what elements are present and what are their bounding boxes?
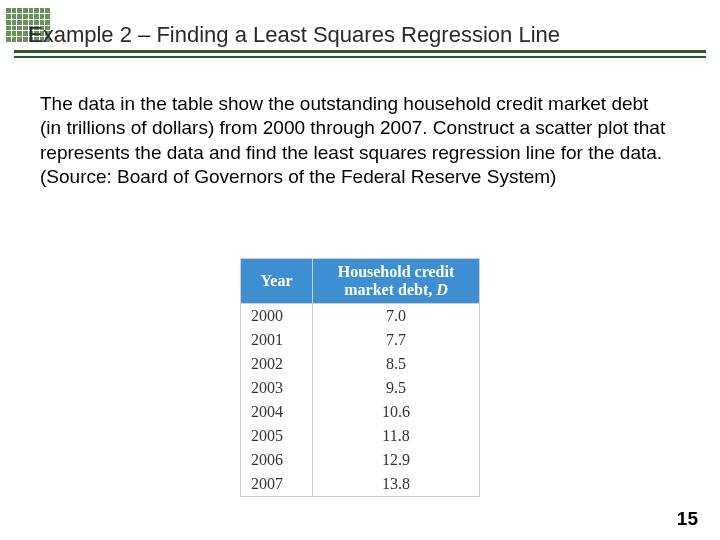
cell-debt: 12.9 [313,448,480,472]
table-row: 2007 13.8 [241,472,480,497]
table-header-debt-line2: market debt, D [344,281,448,298]
data-table-container: Year Household credit market debt, D 200… [240,258,480,497]
table-row: 2000 7.0 [241,304,480,329]
slide-title: Example 2 – Finding a Least Squares Regr… [28,22,696,52]
table-row: 2004 10.6 [241,400,480,424]
cell-year: 2003 [241,376,313,400]
cell-debt: 10.6 [313,400,480,424]
page-number: 15 [677,508,698,530]
table-header-debt: Household credit market debt, D [313,259,480,304]
cell-debt: 9.5 [313,376,480,400]
cell-year: 2001 [241,328,313,352]
table-header-year: Year [241,259,313,304]
cell-debt: 11.8 [313,424,480,448]
data-table: Year Household credit market debt, D 200… [240,258,480,497]
table-row: 2002 8.5 [241,352,480,376]
cell-year: 2000 [241,304,313,329]
cell-year: 2007 [241,472,313,497]
cell-debt: 8.5 [313,352,480,376]
title-rule-top [14,50,706,53]
cell-year: 2006 [241,448,313,472]
title-rule-bottom [14,56,706,58]
cell-year: 2002 [241,352,313,376]
cell-debt: 13.8 [313,472,480,497]
table-row: 2001 7.7 [241,328,480,352]
cell-debt: 7.7 [313,328,480,352]
body-paragraph: The data in the table show the outstandi… [40,92,672,189]
cell-debt: 7.0 [313,304,480,329]
table-row: 2003 9.5 [241,376,480,400]
cell-year: 2004 [241,400,313,424]
cell-year: 2005 [241,424,313,448]
table-row: 2006 12.9 [241,448,480,472]
table-header-debt-line1: Household credit [338,263,455,280]
table-row: 2005 11.8 [241,424,480,448]
